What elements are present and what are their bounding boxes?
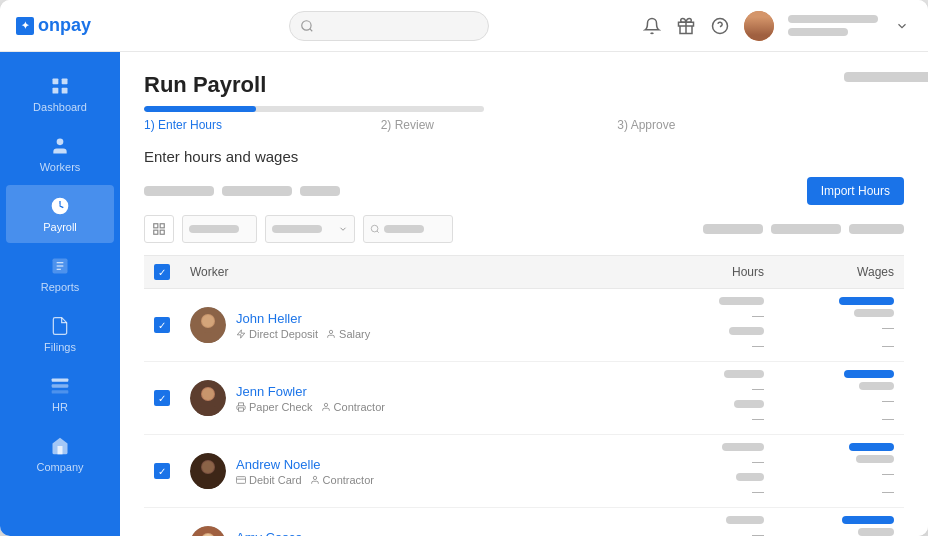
workers-icon	[49, 135, 71, 157]
svg-point-28	[202, 315, 214, 327]
row-3-checkbox[interactable]: ✓	[154, 463, 170, 479]
worker-1-type: Salary	[326, 328, 370, 340]
select-arrow-icon	[338, 224, 348, 234]
svg-rect-39	[236, 476, 245, 483]
worker-cell-1: John Heller Direct Deposit S	[180, 289, 644, 362]
filter-search-box[interactable]	[363, 215, 453, 243]
table-row: ✓ Amy Casca	[144, 508, 904, 537]
sidebar-item-workers[interactable]: Workers	[6, 125, 114, 183]
worker-3-avatar	[190, 453, 226, 489]
svg-line-1	[310, 28, 313, 31]
row-2-checkbox[interactable]: ✓	[154, 390, 170, 406]
worker-1-info: John Heller Direct Deposit S	[236, 311, 370, 340]
main-layout: Dashboard Workers $ Payroll	[0, 52, 928, 536]
person-icon-2	[321, 402, 331, 412]
page-title: Run Payroll	[144, 72, 844, 98]
gift-icon[interactable]	[676, 16, 696, 36]
worker-3-hours: — —	[644, 435, 774, 508]
table-row: ✓ Andrew Noelle	[144, 435, 904, 508]
sidebar-item-hr[interactable]: HR	[6, 365, 114, 423]
logo[interactable]: ✦ onpay	[16, 15, 136, 36]
filter-ph-r2	[771, 224, 841, 234]
svg-rect-22	[154, 230, 158, 234]
worker-3-name[interactable]: Andrew Noelle	[236, 457, 374, 472]
sidebar-label-payroll: Payroll	[43, 221, 77, 233]
sidebar-label-reports: Reports	[41, 281, 80, 293]
worker-4-wages: — —	[774, 508, 904, 537]
worker-cell-2: Jenn Fowler Paper Check Cont	[180, 362, 644, 435]
svg-rect-8	[53, 88, 59, 94]
bell-icon[interactable]	[642, 16, 662, 36]
worker-3-type: Contractor	[310, 474, 374, 486]
worker-cell-4: Amy Casca Direct Deposit Hou	[180, 508, 644, 537]
worker-2-name[interactable]: Jenn Fowler	[236, 384, 385, 399]
worker-4-avatar	[190, 526, 226, 536]
filter-input-1[interactable]	[182, 215, 257, 243]
worker-2-wages: — —	[774, 362, 904, 435]
person-icon-1	[326, 329, 336, 339]
sidebar-label-company: Company	[36, 461, 83, 473]
svg-rect-17	[52, 379, 69, 382]
worker-3-payment: Debit Card	[236, 474, 302, 486]
search-box[interactable]	[289, 11, 489, 41]
import-hours-button[interactable]: Import Hours	[807, 177, 904, 205]
search-area	[136, 11, 642, 41]
dashboard-icon	[49, 75, 71, 97]
th-wages: Wages	[774, 256, 904, 289]
logo-icon: ✦	[16, 17, 34, 35]
toolbar-ph-1	[144, 186, 214, 196]
user-avatar[interactable]	[744, 11, 774, 41]
worker-2-meta: Paper Check Contractor	[236, 401, 385, 413]
worker-2-type: Contractor	[321, 401, 385, 413]
row-checkbox-cell-1[interactable]: ✓	[144, 289, 180, 362]
svg-point-41	[313, 476, 316, 479]
toolbar-ph-2	[222, 186, 292, 196]
lightning-icon-1	[236, 329, 246, 339]
filter-select[interactable]	[265, 215, 355, 243]
section-title: Enter hours and wages	[144, 148, 904, 165]
sidebar-item-reports[interactable]: Reports	[6, 245, 114, 303]
sidebar-item-filings[interactable]: Filings	[6, 305, 114, 363]
worker-4-hours: — —	[644, 508, 774, 537]
filter-ph-r3	[849, 224, 904, 234]
worker-4-name[interactable]: Amy Casca	[236, 530, 371, 537]
filter-search-icon	[370, 224, 380, 234]
dropdown-arrow-icon[interactable]	[892, 16, 912, 36]
filings-icon	[49, 315, 71, 337]
svg-point-38	[202, 461, 214, 473]
worker-3-meta: Debit Card Contractor	[236, 474, 374, 486]
row-checkbox-cell-4[interactable]: ✓	[144, 508, 180, 537]
sidebar-item-company[interactable]: Company	[6, 425, 114, 483]
filter-ph-3	[384, 225, 424, 233]
help-icon[interactable]	[710, 16, 730, 36]
user-name-bar	[788, 15, 878, 23]
step-2[interactable]: 2) Review	[371, 118, 608, 132]
filter-row	[144, 215, 904, 243]
sidebar-item-dashboard[interactable]: Dashboard	[6, 65, 114, 123]
row-checkbox-cell-2[interactable]: ✓	[144, 362, 180, 435]
svg-point-33	[202, 388, 214, 400]
header-checkbox[interactable]: ✓	[154, 264, 170, 280]
table-row: ✓ John Heller	[144, 289, 904, 362]
filter-icon-box[interactable]	[144, 215, 174, 243]
svg-rect-9	[62, 88, 68, 94]
row-1-checkbox[interactable]: ✓	[154, 317, 170, 333]
svg-point-35	[324, 403, 327, 406]
svg-rect-20	[154, 224, 158, 228]
step-3[interactable]: 3) Approve	[607, 118, 844, 132]
svg-rect-21	[160, 224, 164, 228]
worker-table: ✓ Worker Hours Wages ✓	[144, 255, 904, 536]
progress-steps: 1) Enter Hours 2) Review 3) Approve	[144, 118, 844, 132]
sidebar-item-payroll[interactable]: $ Payroll	[6, 185, 114, 243]
company-icon	[49, 435, 71, 457]
worker-1-avatar	[190, 307, 226, 343]
filter-ph-r1	[703, 224, 763, 234]
person-icon-3	[310, 475, 320, 485]
worker-1-name[interactable]: John Heller	[236, 311, 370, 326]
table-body: ✓ John Heller	[144, 289, 904, 537]
step-1[interactable]: 1) Enter Hours	[144, 118, 371, 132]
row-checkbox-cell-3[interactable]: ✓	[144, 435, 180, 508]
worker-2-payment: Paper Check	[236, 401, 313, 413]
sidebar: Dashboard Workers $ Payroll	[0, 52, 120, 536]
search-icon	[300, 19, 314, 33]
